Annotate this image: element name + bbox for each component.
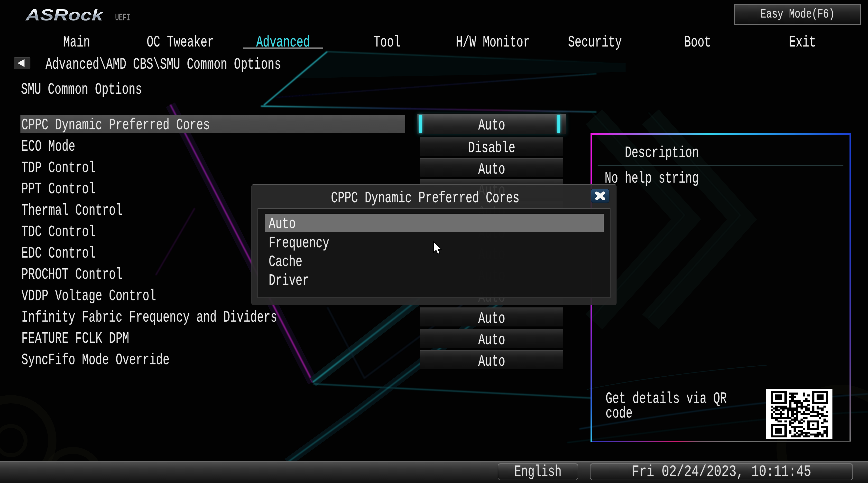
svg-text:ASRock: ASRock (25, 6, 104, 24)
